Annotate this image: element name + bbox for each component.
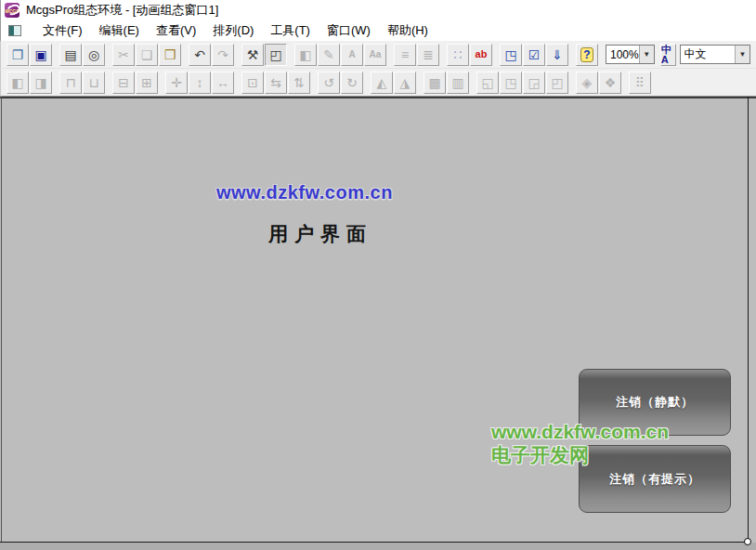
menu-arrange[interactable]: 排列(D) <box>204 20 262 41</box>
help-icon: ? <box>580 47 593 62</box>
line-color-icon: ✎ <box>323 48 334 61</box>
zoom-value: 100% <box>606 48 639 61</box>
send-backward-button[interactable]: ◰ <box>546 72 568 94</box>
new-window-button[interactable]: ❐ <box>7 44 29 66</box>
print-preview-button[interactable]: ◎ <box>83 44 105 66</box>
syntax-check-button[interactable]: ☑ <box>523 44 545 66</box>
tools-button[interactable]: ⚒ <box>241 44 264 66</box>
undo-button[interactable]: ↶ <box>189 44 211 66</box>
title-bar: MCGS McgsPro组态环境 - [动画组态窗口1] <box>0 0 756 20</box>
line-color-button[interactable]: ✎ <box>318 44 340 66</box>
form-right-border <box>748 97 749 543</box>
bring-to-front-icon: ◱ <box>481 76 493 89</box>
cut-button[interactable]: ✂ <box>112 44 135 66</box>
menu-bar: 文件(F) 编辑(E) 查看(V) 排列(D) 工具(T) 窗口(W) 帮助(H… <box>0 20 756 41</box>
rotate-right-button[interactable]: ↻ <box>341 72 363 94</box>
syntax-check-icon: ☑ <box>528 48 541 61</box>
char-color-button[interactable]: A <box>341 44 363 66</box>
form-resize-handle[interactable] <box>744 538 751 545</box>
flip-horizontal-icon: ◭ <box>377 76 387 89</box>
copy-icon: ❏ <box>141 48 153 61</box>
watermark-blue-text: www.dzkfw.com.cn <box>216 182 393 203</box>
help-button[interactable]: ? <box>576 44 598 66</box>
menu-file[interactable]: 文件(F) <box>34 20 91 41</box>
align-top-button[interactable]: ⊓ <box>59 72 82 94</box>
language-dropdown-arrow-icon[interactable]: ▼ <box>735 46 749 63</box>
align-right-button[interactable]: ◨ <box>30 72 52 94</box>
equal-h-space-icon: ⇆ <box>270 76 281 89</box>
stretch-both-button[interactable]: ✛ <box>165 72 188 94</box>
save-button[interactable]: ▣ <box>30 44 52 66</box>
bring-to-front-button[interactable]: ◱ <box>476 72 499 94</box>
send-backward-icon: ◰ <box>551 76 563 89</box>
align-right-icon: ◨ <box>34 76 46 89</box>
form-left-border <box>1 97 2 543</box>
fill-color-button[interactable]: ◧ <box>294 44 317 66</box>
copy-button[interactable]: ❏ <box>136 44 158 66</box>
center-in-window-button[interactable]: ⊡ <box>241 72 264 94</box>
window-border-icon: ◰ <box>269 48 281 61</box>
menu-help[interactable]: 帮助(H) <box>379 20 437 41</box>
text-edit-button[interactable]: ab <box>470 44 492 66</box>
align-left-button[interactable]: ◧ <box>7 72 29 94</box>
paste-button[interactable]: ❒ <box>159 44 181 66</box>
menu-window[interactable]: 窗口(W) <box>319 20 379 41</box>
sort-button[interactable]: ⇓ <box>546 44 568 66</box>
align-bottom-button[interactable]: ⊔ <box>83 72 105 94</box>
bring-forward-button[interactable]: ◲ <box>523 72 545 94</box>
outside-canvas-area <box>0 543 756 550</box>
equal-height-button[interactable]: ↕ <box>189 72 211 94</box>
menu-edit[interactable]: 编辑(E) <box>91 20 148 41</box>
rotate-left-button[interactable]: ↺ <box>318 72 340 94</box>
send-to-back-button[interactable]: ◳ <box>500 72 522 94</box>
design-canvas[interactable]: www.dzkfw.com.cn 用户界面 注销（静默） 注销（有提示） www… <box>0 97 756 550</box>
center-horizontal-icon: ⊞ <box>141 76 152 89</box>
redo-button[interactable]: ↷ <box>212 44 234 66</box>
properties-button[interactable]: ◳ <box>500 44 522 66</box>
align-bottom-icon: ⊔ <box>89 76 99 89</box>
print-button[interactable]: ▤ <box>59 44 82 66</box>
equal-height-icon: ↕ <box>197 76 203 89</box>
toolbox-button[interactable]: ⠿ <box>629 72 651 94</box>
equal-v-space-button[interactable]: ⇅ <box>288 72 310 94</box>
watermark-green-text: www.dzkfw.com.cn 电子开发网 <box>491 420 669 466</box>
ungroup-button[interactable]: ▥ <box>447 72 469 94</box>
flip-horizontal-button[interactable]: ◭ <box>371 72 393 94</box>
h-align-text-icon: ≡ <box>401 48 409 61</box>
equal-width-button[interactable]: ↔ <box>212 72 234 94</box>
equal-width-icon: ↔ <box>216 76 229 89</box>
language-combobox[interactable]: 中文 ▼ <box>680 45 750 64</box>
canvas-top-border <box>0 97 756 98</box>
grid-button[interactable]: ∷ <box>447 44 469 66</box>
fill-color-icon: ◧ <box>299 48 311 61</box>
equal-h-space-button[interactable]: ⇆ <box>265 72 287 94</box>
flip-vertical-button[interactable]: ◮ <box>394 72 416 94</box>
sort-icon: ⇓ <box>552 48 563 61</box>
layer-icon: ❖ <box>605 76 617 89</box>
redo-icon: ↷ <box>217 48 228 61</box>
zoom-dropdown-arrow-icon[interactable]: ▼ <box>639 46 654 63</box>
save-icon: ▣ <box>34 48 46 61</box>
font-button[interactable]: Aa <box>364 44 386 66</box>
group-button[interactable]: ▩ <box>424 72 446 94</box>
window-border-button[interactable]: ◰ <box>265 44 287 66</box>
center-horizontal-button[interactable]: ⊞ <box>136 72 158 94</box>
menu-view[interactable]: 查看(V) <box>148 20 204 41</box>
language-toggle-button[interactable]: 中A <box>660 44 676 66</box>
ungroup-icon: ▥ <box>451 76 463 89</box>
tools-icon: ⚒ <box>247 48 259 61</box>
rotate-left-icon: ↺ <box>323 76 334 89</box>
app-icon: MCGS <box>5 3 20 18</box>
center-vertical-button[interactable]: ⊟ <box>112 72 135 94</box>
menu-tools[interactable]: 工具(T) <box>262 20 319 41</box>
h-align-text-button[interactable]: ≡ <box>394 44 416 66</box>
zoom-combobox[interactable]: 100% ▼ <box>606 45 655 64</box>
lock-button[interactable]: ◈ <box>576 72 598 94</box>
v-align-text-icon: ≣ <box>423 48 434 61</box>
undo-icon: ↶ <box>194 48 205 61</box>
rotate-right-icon: ↻ <box>346 76 358 89</box>
lock-icon: ◈ <box>582 76 593 89</box>
v-align-text-button[interactable]: ≣ <box>417 44 439 66</box>
watermark-green-line2: 电子开发网 <box>491 443 669 466</box>
layer-button[interactable]: ❖ <box>599 72 621 94</box>
